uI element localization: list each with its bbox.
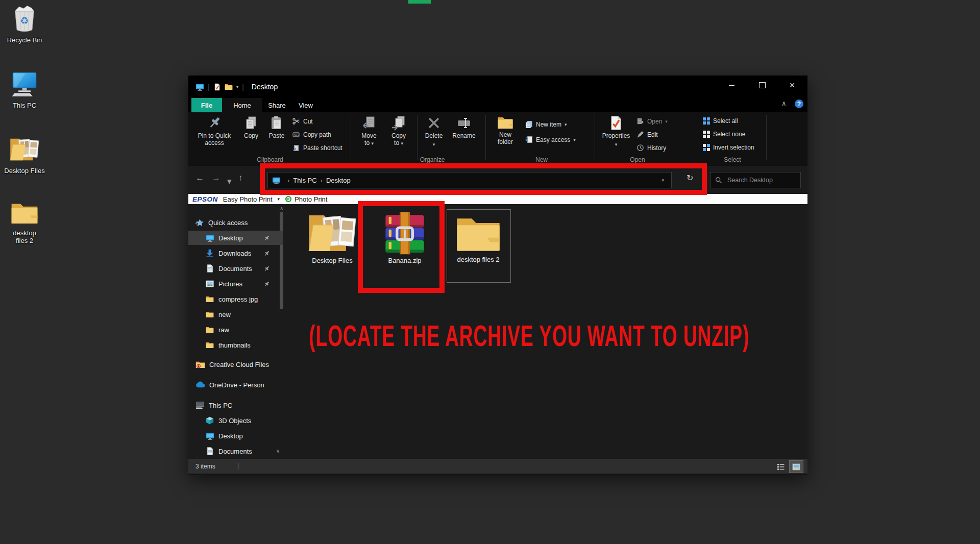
sidebar-item-documents[interactable]: Documents <box>188 261 283 276</box>
edit-button[interactable]: Edit <box>636 131 658 138</box>
tab-home[interactable]: Home <box>222 98 262 112</box>
file-item-banana-zip[interactable]: Banana.zip <box>369 211 440 264</box>
address-dropdown-caret-icon[interactable]: ▾ <box>662 178 664 183</box>
sidebar-item-downloads[interactable]: Downloads <box>188 246 283 260</box>
recent-locations-caret-icon[interactable]: ▾ <box>227 176 232 187</box>
epson-app-label[interactable]: Easy Photo Print <box>223 195 273 203</box>
address-bar[interactable]: › This PC › Desktop ▾ <box>267 172 672 188</box>
breadcrumb-desktop[interactable]: Desktop <box>326 177 351 184</box>
qat-customize-caret-icon[interactable]: ▾ <box>236 84 239 89</box>
sidebar-item-documents-pc[interactable]: Documents <box>188 444 283 458</box>
close-button[interactable]: × <box>780 76 804 95</box>
desktop-icon-desktop-files[interactable]: Desktop FIles <box>1 136 48 175</box>
search-input[interactable] <box>726 176 795 184</box>
pushpin-icon <box>207 115 222 131</box>
epson-dropdown-caret-icon[interactable]: ▾ <box>278 196 280 202</box>
properties-button[interactable]: Properties ▾ <box>600 115 632 148</box>
epson-logo: EPSON <box>192 195 218 203</box>
sidebar-item-this-pc[interactable]: This PC <box>188 398 283 412</box>
title-bar: | ▾ | Desktop × <box>188 76 807 98</box>
ribbon-separator <box>766 115 767 160</box>
new-folder-quick-icon[interactable] <box>225 83 233 90</box>
sidebar-item-desktop[interactable]: Desktop <box>188 231 283 245</box>
minimize-button[interactable] <box>720 76 743 95</box>
dropdown-caret-icon: ▾ <box>371 141 374 146</box>
location-icon <box>272 177 281 184</box>
help-icon[interactable]: ? <box>795 100 803 108</box>
documents-icon <box>206 447 214 455</box>
pin-to-quick-access-button[interactable]: Pin to Quick access <box>192 115 236 146</box>
file-name: Desktop FIles <box>297 257 368 264</box>
paste-shortcut-button[interactable]: Paste shortcut <box>292 144 342 152</box>
quick-access-star-icon <box>195 218 204 227</box>
details-view-button[interactable] <box>774 461 788 473</box>
back-icon[interactable]: ← <box>195 173 204 183</box>
delete-button[interactable]: Delete ▾ <box>420 115 448 148</box>
file-item-desktop-files-2[interactable]: desktop files 2 <box>443 212 514 263</box>
open-icon <box>636 117 644 125</box>
large-icons-view-button[interactable] <box>790 461 803 473</box>
history-clock-icon <box>636 144 644 152</box>
group-label-open: Open <box>607 156 668 163</box>
select-all-button[interactable]: Select all <box>703 117 738 125</box>
copy-button[interactable]: Copy <box>238 115 264 139</box>
rename-button[interactable]: Rename <box>449 115 479 139</box>
sidebar-item-new[interactable]: new <box>188 307 283 322</box>
refresh-icon[interactable]: ↻ <box>687 173 693 183</box>
new-item-button[interactable]: New item ▾ <box>525 120 567 128</box>
copy-path-button[interactable]: Copy path <box>292 131 331 138</box>
pictures-icon <box>206 280 214 288</box>
desktop-icon-desktop-files-2[interactable]: desktop files 2 <box>1 200 48 244</box>
folder-icon <box>206 295 214 303</box>
desktop-icon-recycle-bin[interactable]: Recycle Bin <box>1 4 48 44</box>
desktop-icon-this-pc[interactable]: This PC <box>1 70 48 109</box>
file-item-desktop-files[interactable]: Desktop FIles <box>297 211 368 264</box>
up-icon[interactable]: ↑ <box>238 173 243 183</box>
forward-icon[interactable]: → <box>212 173 220 183</box>
ribbon-separator <box>698 115 698 160</box>
tab-file[interactable]: File <box>191 98 222 112</box>
maximize-button[interactable] <box>750 76 774 95</box>
select-none-button[interactable]: Select none <box>703 131 745 138</box>
collapse-ribbon-icon[interactable]: ∧ <box>781 100 787 107</box>
properties-quick-icon[interactable] <box>213 83 221 91</box>
tab-view[interactable]: View <box>291 98 320 112</box>
group-label-organize: Organize <box>402 156 463 163</box>
this-pc-icon <box>195 401 205 409</box>
sidebar-scroll-up-icon[interactable]: ∧ <box>280 206 283 211</box>
paste-button[interactable]: Paste <box>264 115 289 139</box>
sidebar-item-pictures[interactable]: Pictures <box>188 277 283 291</box>
photo-print-icon <box>285 195 292 203</box>
window-title: Desktop <box>252 83 278 91</box>
close-icon: × <box>790 80 795 91</box>
open-button[interactable]: Open ▾ <box>636 117 668 125</box>
sidebar-item-creative-cloud[interactable]: Creative Cloud Files <box>188 357 283 372</box>
move-to-button[interactable]: Move to ▾ <box>355 115 383 147</box>
easy-access-button[interactable]: Easy access ▾ <box>525 136 576 143</box>
edit-pencil-icon <box>636 131 644 138</box>
epson-photo-print-button[interactable]: Photo Print <box>295 195 327 203</box>
sidebar-item-thumbnails[interactable]: thumbnails <box>188 338 283 352</box>
history-button[interactable]: History <box>636 144 666 152</box>
copy-to-button[interactable]: Copy to ▾ <box>384 115 413 147</box>
search-box[interactable] <box>710 172 801 188</box>
sidebar-item-desktop-pc[interactable]: Desktop <box>188 429 283 443</box>
folder-icon <box>455 212 502 254</box>
new-folder-button[interactable]: New folder <box>491 115 520 145</box>
sidebar-item-onedrive[interactable]: OneDrive - Person <box>188 378 283 392</box>
invert-selection-button[interactable]: Invert selection <box>703 144 754 151</box>
sidebar-item-compress-jpg[interactable]: compress jpg <box>188 292 283 306</box>
tab-share[interactable]: Share <box>262 98 291 112</box>
select-all-icon <box>703 117 710 125</box>
breadcrumb-this-pc[interactable]: This PC <box>293 177 316 184</box>
maximize-icon <box>759 82 766 88</box>
sidebar-item-raw[interactable]: raw <box>188 323 283 337</box>
group-label-new: New <box>511 156 572 163</box>
address-row: ← → ▾ ↑ › This PC › Desktop ▾ ↻ <box>188 166 807 194</box>
ribbon-separator <box>417 115 418 160</box>
sidebar-item-3d-objects[interactable]: 3D Objects <box>188 413 283 428</box>
file-name: desktop files 2 <box>443 256 514 263</box>
sidebar-item-quick-access[interactable]: Quick access <box>188 215 283 230</box>
properties-icon <box>608 115 624 131</box>
cut-button[interactable]: Cut <box>292 117 313 125</box>
